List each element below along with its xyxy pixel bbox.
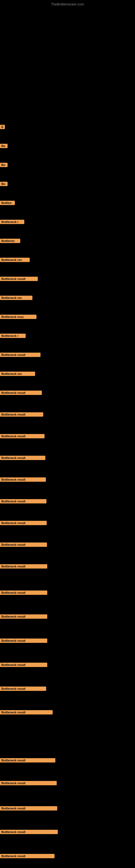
bottleneck-label: Bottleneck res [0,296,32,300]
bottleneck-result-item: Bottleneck result [0,434,45,439]
bottleneck-result-item: Bottleneck result [0,352,41,358]
bottleneck-result-item: Bottleneck res [0,372,35,377]
bottleneck-label: Bottleneck result [0,412,43,416]
bottleneck-result-item: Bottleneck r [0,220,24,225]
bottleneck-label: Bottleneck result [0,758,55,763]
site-title: TheBottlenecker.com [51,2,84,6]
bottleneck-result-item: Bottleneck result [0,663,47,668]
bottleneck-result-item: Bottleneck result [0,456,45,461]
bottleneck-result-item: Bottleneck result [0,499,46,504]
bottleneck-label: Bottleneck result [0,477,46,482]
bottleneck-result-item: Bottleneck result [0,854,54,859]
bottleneck-label: Bottleneck r [0,334,26,338]
bottleneck-label: Bottleneck result [0,686,46,691]
bottleneck-label: Bottlenec [0,239,20,243]
bottleneck-label: Bottleneck result [0,391,42,395]
bottleneck-result-item: Bottleneck result [0,277,38,282]
bottleneck-label: Bottleneck res [0,258,30,262]
bottleneck-result-item: Bottleneck result [0,477,46,483]
bottleneck-label: Bottleneck result [0,542,47,547]
bottleneck-result-item: Bottleneck result [0,758,55,764]
bottleneck-result-item: Bo [0,163,8,168]
bottleneck-result-item: Bottleneck result [0,614,47,620]
bottleneck-result-item: Bottleneck res [0,296,32,301]
bottleneck-label: Bottleneck result [0,499,46,503]
bottleneck-label: E [0,125,5,129]
bottleneck-result-item: Bottleneck result [0,830,58,835]
bottleneck-result-item: Bottleneck r [0,334,26,339]
bottleneck-label: Bottleneck result [0,663,47,667]
bottleneck-label: Bottleneck result [0,434,45,438]
bottleneck-result-item: E [0,125,5,130]
bottleneck-label: Bottleneck result [0,590,47,595]
bottleneck-label: Bottleneck res [0,372,35,376]
bottleneck-result-item: Bottlen [0,201,15,206]
bottleneck-result-item: Bottleneck result [0,521,47,526]
bottleneck-label: Bottleneck result [0,830,58,834]
bottleneck-result-item: Bo [0,144,8,149]
bottleneck-result-item: Bottleneck result [0,806,57,812]
bottleneck-label: Bottlen [0,201,15,205]
bottleneck-label: Bottleneck result [0,521,47,525]
bottleneck-label: Bottleneck result [0,710,53,714]
bottleneck-result-item: Bottleneck result [0,590,47,596]
bottleneck-result-item: Bottlenec [0,239,20,244]
bottleneck-result-item: Bottleneck result [0,639,47,644]
bottleneck-result-item: Bottleneck result [0,710,53,716]
bottleneck-label: Bo [0,163,8,167]
bottleneck-result-item: Bo [0,182,8,187]
bottleneck-result-item: Bottleneck result [0,412,43,418]
bottleneck-label: Bottleneck result [0,854,54,858]
bottleneck-label: Bottleneck result [0,352,41,357]
bottleneck-result-item: Bottleneck result [0,391,42,396]
bottleneck-label: Bottleneck result [0,456,45,460]
bottleneck-result-item: Bottleneck result [0,781,57,786]
bottleneck-label: Bottleneck r [0,220,24,224]
bottleneck-result-item: Bottleneck result [0,564,47,569]
bottleneck-result-item: Bottleneck result [0,542,47,548]
bottleneck-label: Bo [0,144,8,148]
bottleneck-label: Bottleneck result [0,277,38,281]
bottleneck-result-item: Bottleneck result [0,686,46,692]
bottleneck-label: Bottleneck result [0,614,47,619]
bottleneck-result-item: Bottleneck resu [0,315,37,320]
bottleneck-label: Bottleneck resu [0,315,37,319]
bottleneck-label: Bottleneck result [0,564,47,568]
bottleneck-label: Bottleneck result [0,639,47,643]
bottleneck-label: Bottleneck result [0,781,57,785]
bottleneck-label: Bo [0,182,8,186]
bottleneck-label: Bottleneck result [0,806,57,810]
bottleneck-result-item: Bottleneck res [0,258,30,263]
